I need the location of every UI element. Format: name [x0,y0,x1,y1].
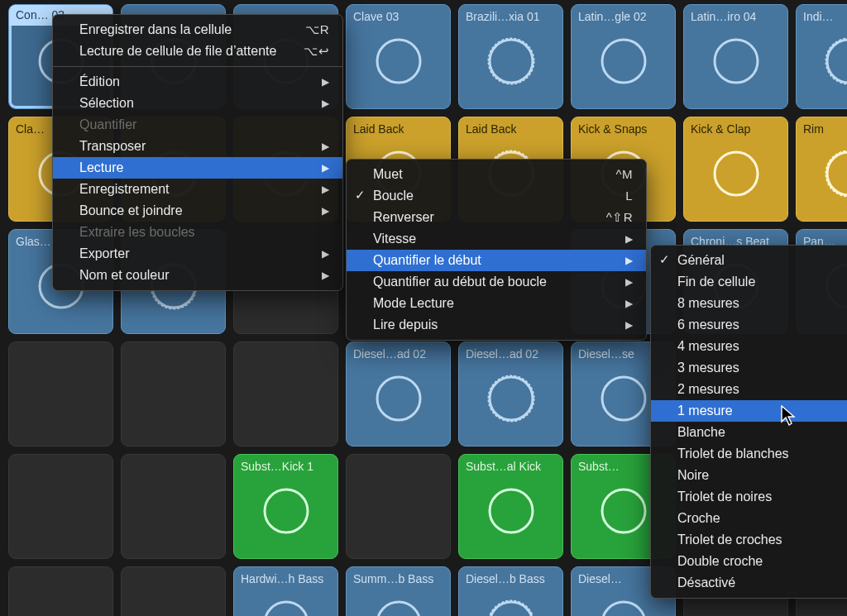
menu-item-name-color[interactable]: Nom et couleur ▶ [53,265,342,286]
empty-cell[interactable] [346,454,451,559]
menu-item-loop[interactable]: ✓ Boucle L [347,185,646,207]
menu-item-transpose[interactable]: Transposer ▶ [53,136,342,157]
waveform-ring-icon [366,590,432,616]
menu-shortcut: ^M [615,166,633,183]
menu-label: Triolet de noires [677,489,772,505]
empty-cell[interactable] [121,566,226,616]
waveform-ring-icon [591,590,657,616]
cell-context-menu[interactable]: Enregistrer dans la cellule ⌥R Lecture d… [52,14,343,291]
clip-cell[interactable]: Diesel…ad 02 [346,341,451,446]
menu-item-quantize-option[interactable]: 2 mesures [651,379,847,400]
menu-item-quantize-option[interactable]: 3 mesures [651,357,847,379]
clip-cell[interactable]: Summ…b Bass [346,566,451,616]
svg-point-19 [715,152,758,195]
menu-label: Enregistrement [79,181,170,198]
menu-item-quantize-option[interactable]: Croche [651,508,847,529]
waveform-ring-icon [591,478,657,547]
waveform-ring-icon [591,28,657,98]
menu-item-quantize-option[interactable]: 6 mesures [651,314,847,336]
menu-item-reverse[interactable]: Renverser ^⇧R [347,207,646,228]
clip-cell[interactable]: Clave 03 [346,4,451,109]
waveform-ring-icon [253,478,319,547]
svg-point-43 [602,602,645,616]
menu-separator [53,66,342,67]
clip-label: Laid Back [466,122,556,136]
submenu-arrow-icon: ▶ [322,246,329,262]
menu-item-record-in-cell[interactable]: Enregistrer dans la cellule ⌥R [53,19,342,41]
clip-label: Brazili…xia 01 [466,10,556,24]
waveform-ring-icon [478,478,544,547]
waveform-ring-icon [703,141,769,210]
menu-item-mute[interactable]: Muet ^M [347,164,646,185]
clip-cell[interactable]: Brazili…xia 01 [458,4,563,109]
menu-item-selection[interactable]: Sélection ▶ [53,93,342,114]
clip-cell[interactable]: Diesel…ad 02 [458,341,563,446]
menu-item-speed[interactable]: Vitesse ▶ [347,228,646,250]
empty-cell[interactable] [8,566,113,616]
menu-item-quantize-option[interactable]: ✓Général [651,250,847,271]
menu-item-quantize-option[interactable]: 8 mesures [651,293,847,314]
svg-point-41 [490,602,533,616]
clip-cell[interactable]: Subst…al Kick [458,454,563,559]
menu-item-play-mode[interactable]: Mode Lecture ▶ [347,293,646,314]
menu-item-edition[interactable]: Édition ▶ [53,71,342,93]
submenu-arrow-icon: ▶ [322,203,329,219]
menu-label: Extraire les boucles [79,224,195,241]
svg-point-20 [827,152,848,195]
clip-label: Kick & Snaps [578,122,668,136]
menu-item-playback[interactable]: Lecture ▶ [53,157,342,179]
clip-label: Diesel…ad 02 [353,347,443,361]
empty-cell[interactable] [8,454,113,559]
menu-item-quantize-option[interactable]: Triolet de noires [651,486,847,508]
clip-cell[interactable]: Latin…iro 04 [683,4,788,109]
clip-cell[interactable]: Kick & Clap [683,117,788,222]
submenu-arrow-icon: ▶ [322,267,329,284]
playback-submenu[interactable]: Muet ^M ✓ Boucle L Renverser ^⇧R Vitesse… [346,159,647,341]
menu-item-quantize-option[interactable]: Double croche [651,551,847,572]
menu-item-quantize-option[interactable]: Triolet de blanches [651,443,847,465]
menu-item-quantize-option[interactable]: 1 mesure [651,400,847,422]
menu-item-export[interactable]: Exporter ▶ [53,243,342,265]
svg-point-29 [377,377,420,420]
clip-cell[interactable]: Indi… [796,4,847,109]
menu-item-play-from[interactable]: Lire depuis ▶ [347,314,646,336]
menu-shortcut: ⌥↩︎ [304,43,329,60]
menu-item-quantize-option[interactable]: Désactivé [651,572,847,594]
menu-item-quantize-option[interactable]: Noire [651,465,847,486]
menu-label: Renverser [373,209,434,226]
menu-label: 3 mesures [677,360,739,376]
clip-cell[interactable]: Subst…Kick 1 [233,454,338,559]
menu-label: Quantifier au début de boucle [373,274,547,290]
menu-label: Double croche [677,553,763,570]
menu-item-queue-cell-playback[interactable]: Lecture de cellule de file d’attente ⌥↩︎ [53,41,342,62]
menu-item-recording[interactable]: Enregistrement ▶ [53,179,342,200]
empty-cell[interactable] [233,341,338,446]
clip-cell[interactable]: Rim [796,117,847,222]
clip-cell[interactable]: Latin…gle 02 [571,4,676,109]
clip-cell[interactable]: Diesel…b Bass [458,566,563,616]
svg-point-8 [715,40,758,83]
submenu-arrow-icon: ▶ [322,74,329,90]
menu-item-quantize-option[interactable]: 4 mesures [651,336,847,357]
clip-cell[interactable]: Hardwi…h Bass [233,566,338,616]
menu-label: Bounce et joindre [79,203,183,219]
waveform-ring-icon [366,28,432,98]
menu-item-bounce-join[interactable]: Bounce et joindre ▶ [53,200,342,222]
quantize-start-submenu[interactable]: ✓GénéralFin de cellule8 mesures6 mesures… [650,245,847,599]
submenu-arrow-icon: ▶ [625,274,633,290]
menu-item-quantize-option[interactable]: Triolet de croches [651,529,847,551]
menu-label: Blanche [677,424,725,441]
empty-cell[interactable] [121,341,226,446]
menu-item-quantize-loop-start[interactable]: Quantifier au début de boucle ▶ [347,271,646,293]
menu-label: Triolet de croches [677,532,782,548]
menu-item-quantize-start[interactable]: Quantifier le début ▶ [347,250,646,271]
svg-point-9 [827,40,848,83]
empty-cell[interactable] [121,454,226,559]
empty-cell[interactable] [8,341,113,446]
menu-item-quantize-option[interactable]: Fin de cellule [651,271,847,293]
clip-label: Summ…b Bass [353,572,443,586]
submenu-arrow-icon: ▶ [322,181,329,198]
menu-label: Sélection [79,95,134,112]
svg-point-40 [377,602,420,616]
menu-item-quantize-option[interactable]: Blanche [651,422,847,443]
